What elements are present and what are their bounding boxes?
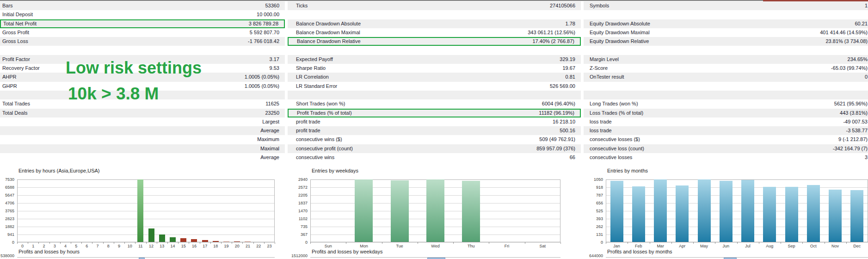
chart-bar <box>807 185 820 242</box>
stat-label: Symbols <box>584 1 609 10</box>
axis-tick <box>759 242 759 244</box>
stat-value <box>279 91 285 99</box>
stat-label: Balance Drawdown Relative <box>289 38 361 45</box>
stat-value: 329.19 <box>560 55 581 64</box>
y-axis-tick-label: 1470 <box>288 209 308 213</box>
stat-label: profit trade <box>288 126 320 135</box>
table-row: LR Standard Error526 569.00 <box>288 82 581 91</box>
x-axis-tick-label: May <box>693 244 715 248</box>
table-row: Margin Level234.65% <box>584 55 868 64</box>
y-axis-tick-label: 0 <box>584 240 603 245</box>
axis-tick <box>135 242 135 244</box>
axis-tick <box>232 242 232 244</box>
table-row: Equity Drawdown Relative23.81% (3 734.08… <box>584 37 868 46</box>
x-axis-tick-label: 18 <box>210 244 221 248</box>
table-row: Ticks274105066 <box>288 1 581 10</box>
axis-tick <box>781 242 781 244</box>
stat-label: Sharpe Ratio <box>288 64 326 73</box>
chart-bar <box>785 187 798 242</box>
x-axis-tick-label: Apr <box>671 244 693 248</box>
axis-tick <box>671 242 672 244</box>
chart-top-border <box>17 257 275 258</box>
table-row: Total Net Profit3 826 789.28 <box>0 19 285 28</box>
x-axis-tick-label: 6 <box>81 244 92 248</box>
stat-label <box>0 144 2 153</box>
table-row: Total Deals23250 <box>0 109 285 117</box>
y-axis-tick-label: 5647 <box>0 193 14 197</box>
table-row <box>584 82 868 91</box>
stat-value: 3 826 789.28 <box>249 20 284 27</box>
x-axis-tick-label: Sun <box>310 244 346 248</box>
stat-value: 5 592 807.70 <box>250 28 285 37</box>
table-row: consecutive losses3 <box>584 153 868 162</box>
x-axis-tick-label: 1 <box>28 244 38 248</box>
stat-label: Equity Drawdown Absolute <box>584 19 650 28</box>
stat-value: 23.81% (3 734.08) <box>825 37 868 46</box>
stat-label: Loss Trades (% of total) <box>584 109 643 117</box>
stat-label: Balance Drawdown Absolute <box>288 19 361 28</box>
stat-value: -3 538.77 <box>846 126 868 135</box>
y-axis-tick-label: 1882 <box>0 224 14 229</box>
axis-tick <box>453 242 454 244</box>
table-row: Equity Drawdown Absolute60.21 <box>584 19 868 28</box>
chart-top-border <box>606 257 868 258</box>
stat-value: 53360 <box>265 1 285 10</box>
y-axis-tick-label: 7530 <box>0 177 14 182</box>
axis-tick <box>200 242 200 244</box>
axis-tick <box>71 242 71 244</box>
chart-bar <box>355 179 373 242</box>
stat-value: 23250 <box>265 109 285 117</box>
x-axis-tick-label: Wed <box>418 244 453 248</box>
stat-value <box>575 91 581 99</box>
x-axis-tick-label: 9 <box>114 244 124 248</box>
axis-tick <box>418 242 418 244</box>
stat-label: consecutive losses ($) <box>584 135 640 144</box>
stat-label <box>0 153 2 162</box>
stat-label: Ticks <box>288 1 308 10</box>
chart-bar <box>137 179 143 242</box>
axis-tick <box>628 242 628 244</box>
stat-label: LR Correlation <box>288 73 329 81</box>
chart-bar <box>632 186 645 242</box>
stat-value: 500.16 <box>560 126 581 135</box>
x-axis-tick-label: Oct <box>802 244 824 248</box>
axis-tick <box>382 242 382 244</box>
x-axis-tick-label: 21 <box>242 244 253 248</box>
stat-label: Total Net Profit <box>1 20 37 27</box>
stat-label: consecutive wins ($) <box>288 135 342 144</box>
y-axis-tick-label: 4706 <box>0 201 14 205</box>
y-axis-tick-label: 131 <box>584 232 603 237</box>
chart-bar <box>391 180 409 242</box>
axis-tick <box>167 242 168 244</box>
x-axis-tick-label: Nov <box>825 244 846 248</box>
x-axis-tick-label: 13 <box>157 244 167 248</box>
y-axis-tick-label: 6588 <box>0 185 14 190</box>
chart-bar <box>462 181 480 242</box>
table-row: Initial Deposit10 000.00 <box>0 10 285 19</box>
stat-label: Short Trades (won %) <box>288 99 345 108</box>
stat-value: 0.81 <box>566 73 581 81</box>
axis-tick <box>38 242 39 244</box>
gridline <box>18 195 274 196</box>
stat-value: Average <box>260 153 285 162</box>
y-axis-tick-label: 525 <box>584 209 603 213</box>
x-axis-tick-label: Jul <box>737 244 759 248</box>
stat-value: 859 957.09 (376) <box>536 144 581 153</box>
stat-label: Initial Deposit <box>0 10 33 19</box>
stat-value: Maximum <box>257 135 285 144</box>
stat-label: Z-Score <box>584 64 608 73</box>
stat-value: 11182 (96.19%) <box>539 110 580 117</box>
chart-bar <box>170 237 176 242</box>
cropped-row-top-sliver <box>0 0 868 1</box>
x-axis-tick-label: 11 <box>135 244 146 248</box>
chart-title: Profits and losses by months <box>607 249 672 254</box>
stat-value <box>575 10 581 19</box>
table-row: loss trade-49 007.53 <box>584 117 868 126</box>
x-axis-tick-label: 4 <box>60 244 71 248</box>
y-axis-tick-label: 787 <box>584 193 603 197</box>
table-row <box>288 46 581 55</box>
y-axis-tick-label: 1050 <box>584 177 603 182</box>
axis-tick <box>693 242 694 244</box>
chart-bar <box>763 187 776 242</box>
stat-value: 17.40% (2 766.87) <box>532 38 580 45</box>
